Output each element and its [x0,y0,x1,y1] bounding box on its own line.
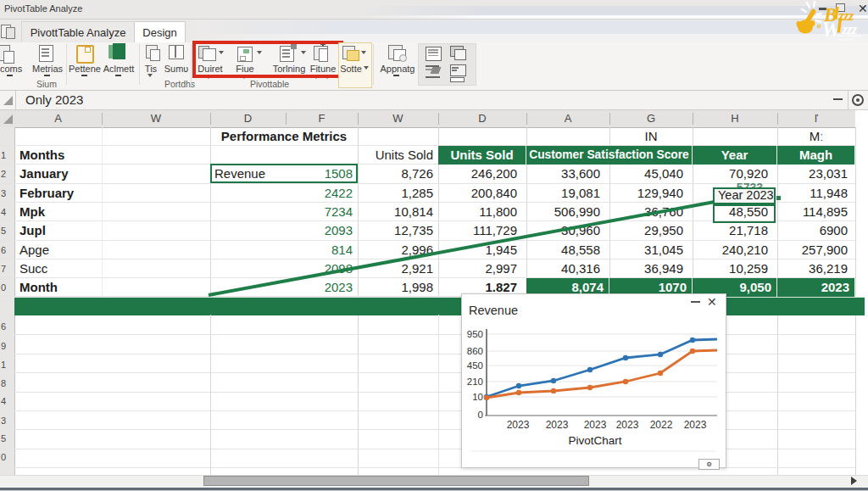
svg-text:PivotChart: PivotChart [568,434,621,447]
svg-text:2023: 2023 [684,419,707,431]
svg-text:0: 0 [478,410,483,420]
svg-text:950: 950 [467,329,483,339]
svg-text:2023: 2023 [546,419,569,431]
svg-text:210: 210 [467,377,483,387]
svg-text:more done...: more done... [837,37,858,42]
svg-text:2023: 2023 [507,419,530,431]
svg-text:2023: 2023 [616,419,639,431]
svg-text:450: 450 [467,360,483,371]
svg-text:2022: 2022 [650,419,673,431]
svg-text:10: 10 [472,392,483,402]
svg-text:860: 860 [467,346,483,356]
svg-text:2023: 2023 [584,419,607,431]
